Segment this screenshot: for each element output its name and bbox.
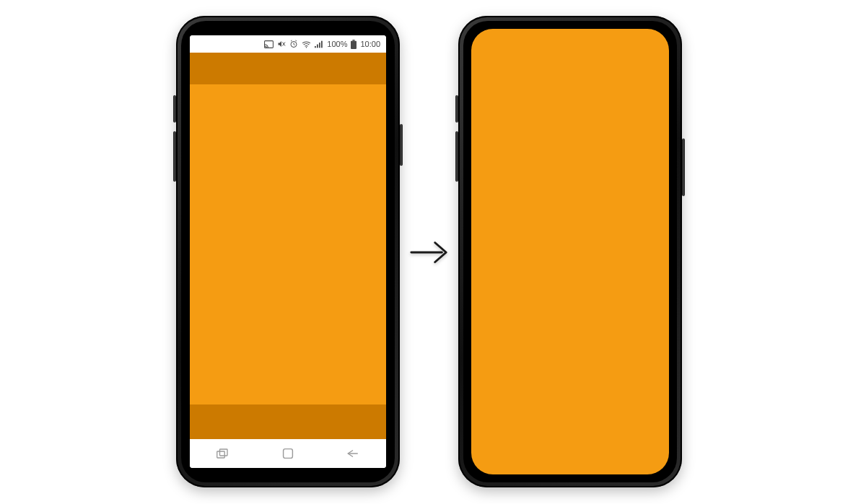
volume-up-button bbox=[173, 95, 176, 123]
svg-rect-11 bbox=[216, 451, 224, 458]
svg-rect-6 bbox=[317, 44, 318, 48]
phone-after bbox=[458, 16, 682, 487]
volume-up-button bbox=[455, 95, 458, 123]
comparison-stage: 100% 10:00 bbox=[0, 0, 866, 504]
back-button[interactable] bbox=[346, 448, 359, 459]
phone-screen: 100% 10:00 bbox=[190, 35, 386, 468]
alarm-icon bbox=[289, 40, 298, 48]
phone-screen-fullscreen bbox=[471, 29, 669, 474]
volume-down-button bbox=[455, 131, 458, 182]
power-button bbox=[400, 124, 403, 166]
svg-rect-12 bbox=[219, 449, 227, 456]
arrow-icon bbox=[408, 238, 450, 267]
status-bar: 100% 10:00 bbox=[190, 35, 386, 53]
recent-apps-button[interactable] bbox=[216, 448, 229, 459]
signal-icon bbox=[315, 40, 323, 48]
svg-rect-13 bbox=[284, 449, 293, 459]
home-button[interactable] bbox=[282, 448, 294, 459]
clock: 10:00 bbox=[360, 40, 380, 48]
svg-rect-9 bbox=[353, 40, 355, 41]
cast-icon bbox=[264, 40, 274, 48]
app-bar bbox=[190, 53, 386, 84]
svg-rect-10 bbox=[351, 40, 357, 48]
volume-down-button bbox=[173, 131, 176, 182]
phone-before: 100% 10:00 bbox=[176, 16, 400, 487]
power-button bbox=[682, 138, 685, 196]
mute-icon bbox=[277, 40, 286, 48]
svg-rect-7 bbox=[319, 43, 320, 48]
navigation-bar bbox=[190, 439, 386, 468]
bottom-bar bbox=[190, 404, 386, 439]
wifi-icon bbox=[302, 40, 311, 48]
battery-percentage: 100% bbox=[327, 40, 347, 48]
phone-bezel bbox=[463, 21, 677, 482]
svg-rect-8 bbox=[321, 40, 323, 48]
svg-rect-5 bbox=[315, 45, 316, 47]
phone-bezel: 100% 10:00 bbox=[181, 21, 395, 482]
svg-point-4 bbox=[306, 47, 307, 48]
battery-icon bbox=[351, 40, 357, 49]
app-content bbox=[190, 84, 386, 404]
